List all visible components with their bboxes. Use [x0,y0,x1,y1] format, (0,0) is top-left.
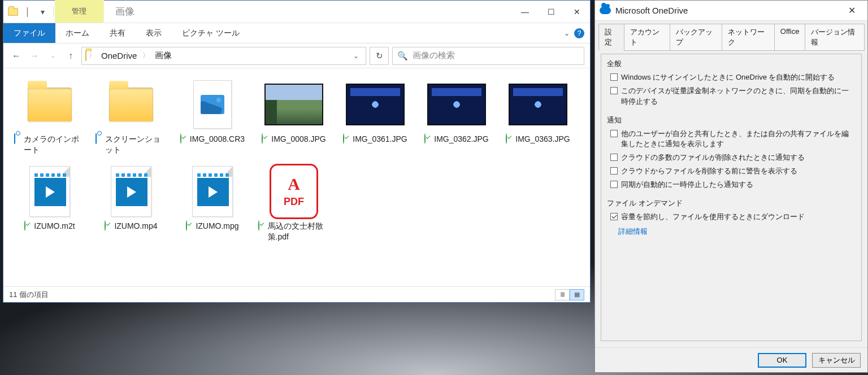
file-item[interactable]: IMG_0362.JPG [418,75,495,158]
dialog-buttons: OK キャンセル [595,347,867,372]
file-list[interactable]: カメラのインポート スクリーンショット IMG_0008.CR3 IMG_000… [3,68,590,286]
checkbox-notify-mass-delete[interactable]: クラウドの多数のファイルが削除されたときに通知する [610,152,856,163]
view-toggle: ≣ ▦ [555,289,584,300]
tab-about[interactable]: バージョン情報 [805,24,865,51]
checkbox-icon [610,167,618,175]
dialog-tabs: 設定 アカウント バックアップ ネットワーク Office バージョン情報 [595,21,867,51]
file-explorer-window: │ ▾ 管理 画像 — ☐ ✕ ファイル ホーム 共有 表示 ピクチャ ツール … [3,0,591,303]
qat-dropdown-icon[interactable]: ▾ [36,6,49,18]
checkbox-notify-auto-pause[interactable]: 同期が自動的に一時停止したら通知する [610,180,856,190]
image-file-icon [193,80,232,129]
checkbox-label: 容量を節約し、ファイルを使用するときにダウンロード [621,212,805,223]
file-item[interactable]: IMG_0361.JPG [337,75,414,158]
file-item[interactable]: IZUMO.m2t [11,162,88,245]
separator [53,6,54,17]
synced-status-icon [186,221,194,229]
up-button[interactable]: ↑ [63,49,78,63]
pdf-file-icon: APDF [270,164,318,219]
title-bar: │ ▾ 管理 画像 — ☐ ✕ [3,1,590,23]
ribbon-collapse-icon[interactable]: ⌄ [564,29,570,37]
checkbox-start-with-windows[interactable]: Windows にサインインしたときに OneDrive を自動的に開始する [610,72,856,83]
tab-share[interactable]: 共有 [99,23,136,43]
address-dropdown-icon[interactable]: ⌄ [350,52,362,60]
manage-contextual-tab[interactable]: 管理 [55,0,104,23]
cloud-status-icon [14,134,22,142]
dialog-title-bar: Microsoft OneDrive ✕ [595,1,867,21]
forward-button[interactable]: → [27,49,42,63]
synced-status-icon [258,221,266,229]
file-item[interactable]: IMG_0008.CR3 [174,75,251,158]
onedrive-icon [600,7,611,14]
file-item[interactable]: APDF 馬込の文士村散策.pdf [255,162,332,245]
item-label: 馬込の文士村散策.pdf [268,221,330,242]
close-button[interactable]: ✕ [564,1,590,23]
tab-settings[interactable]: 設定 [598,24,624,51]
minimize-button[interactable]: — [512,1,538,23]
file-item[interactable]: IMG_0363.JPG [500,75,576,158]
item-count: 11 個の項目 [9,290,49,300]
checkbox-icon [610,181,618,188]
tab-picture-tools[interactable]: ピクチャ ツール [172,23,250,43]
chevron-right-icon[interactable]: 〉 [142,51,149,60]
details-view-button[interactable]: ≣ [555,289,570,300]
breadcrumb-images[interactable]: 画像 [151,50,175,61]
checkbox-files-on-demand[interactable]: 容量を節約し、ファイルを使用するときにダウンロード [610,212,856,223]
tab-view[interactable]: 表示 [136,23,172,43]
item-label: IZUMO.mp4 [114,221,157,232]
close-button[interactable]: ✕ [840,5,863,16]
checkbox-notify-share[interactable]: 他のユーザーが自分と共有したとき、または自分の共有ファイルを編集したときに通知を… [610,129,856,150]
synced-status-icon [343,134,351,142]
synced-status-icon [424,134,432,142]
checkbox-label: クラウドの多数のファイルが削除されたときに通知する [621,152,805,163]
folder-item[interactable]: スクリーンショット [93,75,170,158]
synced-status-icon [105,221,112,229]
contextual-tab-group: 管理 [55,1,104,23]
help-icon[interactable]: ? [574,28,584,38]
checkbox-icon [610,154,618,161]
synced-status-icon [180,134,188,142]
chevron-right-icon[interactable]: 〉 [89,51,96,60]
checkbox-icon [610,73,618,81]
video-file-icon [29,166,70,217]
checkbox-metered-pause[interactable]: このデバイスが従量課金制ネットワークのときに、同期を自動的に一時停止する [610,86,856,107]
folder-item[interactable]: カメラのインポート [11,75,88,158]
tab-account[interactable]: アカウント [624,24,670,51]
video-file-icon [111,166,151,217]
file-item[interactable]: IZUMO.mp4 [93,162,170,245]
checkbox-label: Windows にサインインしたときに OneDrive を自動的に開始する [621,72,835,83]
icons-view-button[interactable]: ▦ [570,289,584,300]
tab-home[interactable]: ホーム [55,23,99,43]
photo-thumbnail [264,84,323,125]
maximize-button[interactable]: ☐ [538,1,564,23]
checkbox-label: 他のユーザーが自分と共有したとき、または自分の共有ファイルを編集したときに通知を… [621,129,856,150]
back-button[interactable]: ← [9,49,24,63]
file-item[interactable]: IZUMO.mpg [174,162,251,245]
onedrive-settings-dialog: Microsoft OneDrive ✕ 設定 アカウント バックアップ ネット… [594,0,868,373]
qat-separator-icon: │ [21,6,34,18]
status-bar: 11 個の項目 ≣ ▦ [3,286,590,302]
breadcrumb-onedrive[interactable]: OneDrive [98,51,140,60]
quick-access-toolbar: │ ▾ [3,1,52,23]
item-label: IZUMO.mpg [196,221,238,232]
folder-icon [85,51,86,61]
window-title: 画像 [104,1,512,23]
item-label: スクリーンショット [105,134,167,155]
checkbox-warn-before-delete[interactable]: クラウドからファイルを削除する前に警告を表示する [610,166,856,177]
group-general: 全般 Windows にサインインしたときに OneDrive を自動的に開始す… [607,59,856,107]
dialog-title: Microsoft OneDrive [615,6,688,15]
recent-locations-button[interactable]: ⌄ [45,49,60,63]
refresh-button[interactable]: ↻ [370,47,389,65]
tab-network[interactable]: ネットワーク [722,24,775,51]
tab-office[interactable]: Office [774,24,806,51]
ok-button[interactable]: OK [758,353,806,368]
link-more-info[interactable]: 詳細情報 [618,226,648,237]
file-item[interactable]: IMG_0008.JPG [255,75,332,158]
cancel-button[interactable]: キャンセル [812,353,861,368]
item-label: IMG_0363.JPG [515,134,570,145]
item-label: IMG_0008.JPG [271,134,326,145]
address-bar[interactable]: 〉 OneDrive 〉 画像 ⌄ [81,47,366,65]
tab-backup[interactable]: バックアップ [670,24,723,51]
search-box[interactable]: 🔍 画像の検索 [392,47,584,65]
tab-file[interactable]: ファイル [3,23,55,43]
group-title: 全般 [607,59,856,69]
